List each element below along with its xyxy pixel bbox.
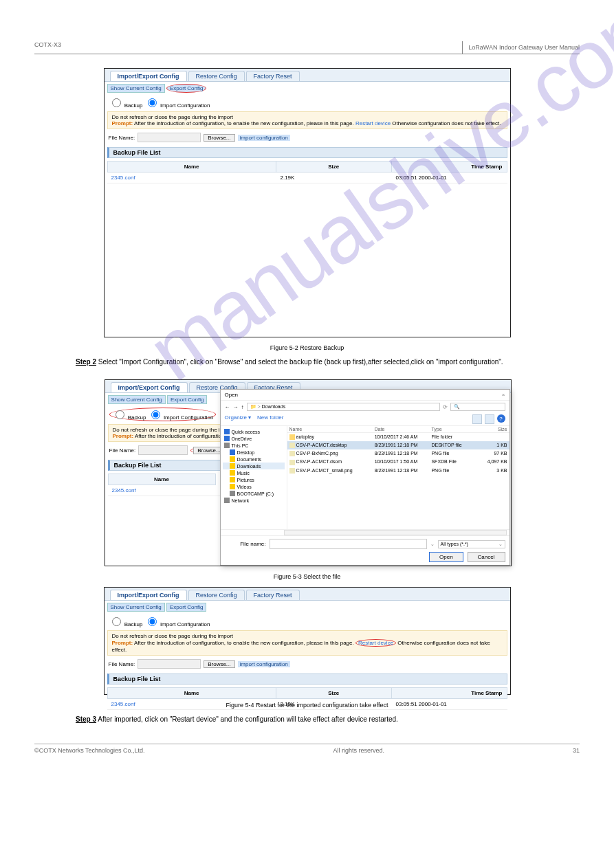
open-button[interactable]: Open <box>429 552 463 562</box>
tab-restore-3[interactable]: Restore Config <box>188 590 245 600</box>
table-row: 2345.conf 2.19K 03:05:51 2000-01-01 <box>107 173 507 183</box>
import-config-radio-2[interactable]: Import Configuration <box>148 414 214 421</box>
import-configuration-button[interactable]: import configuration <box>238 135 290 141</box>
file-row-2[interactable]: CSV-P-BxNmC.png 8/23/1991 12:18 PM PNG f… <box>287 449 509 458</box>
side-desktop[interactable]: Desktop <box>223 449 285 456</box>
refresh-icon[interactable]: ⟳ <box>443 404 448 410</box>
backup-radio[interactable]: Backup <box>109 102 143 109</box>
tab-factory-reset[interactable]: Factory Reset <box>246 71 300 81</box>
warn-text: After the introduction of configuration,… <box>134 120 354 126</box>
close-icon[interactable]: × <box>502 392 505 398</box>
filename-dropdown-icon[interactable]: ⌄ <box>430 542 435 547</box>
side-label: Pictures <box>237 478 254 482</box>
export-config-button-3[interactable]: Export Config <box>166 603 206 612</box>
file-name-label-3: File Name: <box>109 661 135 667</box>
import-config-radio[interactable]: Import Configuration <box>144 102 210 109</box>
tab-factory-reset-3[interactable]: Factory Reset <box>246 590 300 600</box>
horizontal-scrollbar[interactable] <box>284 530 507 535</box>
table-header: Name Size Time Stamp <box>107 161 507 173</box>
folder-icon <box>230 456 235 462</box>
side-downloads[interactable]: Downloads <box>223 463 285 469</box>
side-pictures[interactable]: Pictures <box>223 476 285 483</box>
tab-import-export-3[interactable]: Import/Export Config <box>110 590 187 600</box>
file-icon <box>289 443 295 448</box>
file-name-input-3[interactable] <box>138 659 201 669</box>
help-icon[interactable]: ? <box>497 414 505 423</box>
screenshot-3: Import/Export Config Restore Config Fact… <box>104 587 511 695</box>
browse-button-3[interactable]: Browse... <box>204 660 234 668</box>
side-onedrive[interactable]: OneDrive <box>223 435 285 442</box>
preview-icon[interactable] <box>485 414 494 424</box>
file-type: PNG file <box>429 450 474 457</box>
file-open-dialog: Open × ← → ↑ 📁 > Downloads ⟳ 🔍 Organize … <box>220 389 510 566</box>
file-row-3[interactable]: CSV-P-ACMCT.dsom 10/10/2017 1:50 AM SFXD… <box>287 458 509 466</box>
file-row-0[interactable]: autoplay 10/10/2017 2:46 AM File folder <box>287 433 509 441</box>
file-date: 10/10/2017 1:50 AM <box>373 458 430 465</box>
export-config-button[interactable]: Export Config <box>166 84 206 93</box>
backup-file-list-header-3: Backup File List <box>107 674 507 685</box>
file-type: File folder <box>429 434 474 441</box>
file-row-4[interactable]: CSV-P-ACMCT_small.png 8/23/1991 12:18 PM… <box>287 467 509 475</box>
tab-import-export-2[interactable]: Import/Export Config <box>111 382 188 392</box>
nav-up-icon[interactable]: ↑ <box>241 404 244 410</box>
tab-import-export[interactable]: Import/Export Config <box>110 71 187 81</box>
new-folder-button[interactable]: New folder <box>257 414 283 421</box>
show-current-config-button[interactable]: Show Current Config <box>107 84 165 93</box>
figure-2-caption: Figure 5-3 Select the file <box>34 573 580 580</box>
backup-file-list-header: Backup File List <box>107 147 507 158</box>
import-config-radio-3[interactable]: Import Configuration <box>144 621 210 627</box>
side-documents[interactable]: Documents <box>223 456 285 463</box>
side-music[interactable]: Music <box>223 469 285 476</box>
show-current-config-button-2[interactable]: Show Current Config <box>108 395 166 404</box>
col-date[interactable]: Date <box>373 426 430 432</box>
view-icon[interactable] <box>472 414 482 424</box>
organize-menu[interactable]: Organize ▾ <box>225 414 252 421</box>
warn-text2: Otherwise configuration does not take ef… <box>392 120 501 126</box>
import-configuration-button-3[interactable]: import configuration <box>238 661 290 667</box>
col-size[interactable]: Size <box>474 426 509 432</box>
backup-radio-input-2[interactable] <box>116 410 124 419</box>
backup-radio-input[interactable] <box>112 98 121 107</box>
side-this-pc[interactable]: This PC <box>223 442 285 449</box>
file-name: autoplay <box>296 434 314 439</box>
footer-page-number: 31 <box>573 747 580 754</box>
restart-device-link-3[interactable]: Restart device <box>358 640 393 646</box>
side-network[interactable]: Network <box>223 497 285 504</box>
nav-back-icon[interactable]: ← <box>225 404 230 410</box>
file-name-dialog-input[interactable] <box>270 539 427 549</box>
tab-bar: Import/Export Config Restore Config Fact… <box>105 69 510 82</box>
step-3: Step 3 After imported, click on "Restart… <box>76 715 557 723</box>
file-name: CSV-P-ACMCT_small.png <box>296 468 353 473</box>
import-config-radio-input-2[interactable] <box>151 410 160 419</box>
import-config-radio-input-3[interactable] <box>148 617 157 626</box>
export-config-button-2[interactable]: Export Config <box>167 395 207 404</box>
side-bootcamp[interactable]: BOOTCAMP (C:) <box>223 490 285 497</box>
side-quick-access[interactable]: Quick access <box>223 428 285 435</box>
cancel-button[interactable]: Cancel <box>468 552 505 562</box>
col-name[interactable]: Name <box>287 426 373 432</box>
step-2-label: Step 2 <box>76 358 96 366</box>
file-size <box>474 434 509 441</box>
path-breadcrumb[interactable]: 📁 > Downloads <box>247 403 440 411</box>
backup-radio-3[interactable]: Backup <box>109 621 143 627</box>
side-label: Desktop <box>237 450 255 455</box>
file-name-input-2[interactable] <box>138 445 188 455</box>
header-left: COTX-X3 <box>34 41 61 54</box>
side-label: Downloads <box>237 464 261 469</box>
side-videos[interactable]: Videos <box>223 483 285 490</box>
file-type-filter[interactable]: All types (*.*)⌄ <box>438 540 505 548</box>
restart-device-link[interactable]: Restart device <box>355 120 391 126</box>
tab-restore[interactable]: Restore Config <box>188 71 245 81</box>
file-link[interactable]: 2345.conf <box>107 173 276 183</box>
file-name-input[interactable] <box>138 133 201 142</box>
nav-forward-icon[interactable]: → <box>233 404 239 410</box>
backup-radio-2[interactable]: Backup <box>112 414 146 421</box>
browse-button[interactable]: Browse... <box>204 134 234 142</box>
dialog-search-input[interactable]: 🔍 <box>450 403 505 411</box>
file-row-1[interactable]: CSV-P-ACMCT.desktop 8/23/1991 12:18 PM D… <box>287 441 509 449</box>
import-config-radio-input[interactable] <box>148 98 157 107</box>
show-current-config-button-3[interactable]: Show Current Config <box>107 603 165 612</box>
import-config-radio-label-2: Import Configuration <box>164 414 213 421</box>
col-type[interactable]: Type <box>429 426 474 432</box>
backup-radio-input-3[interactable] <box>112 617 121 626</box>
